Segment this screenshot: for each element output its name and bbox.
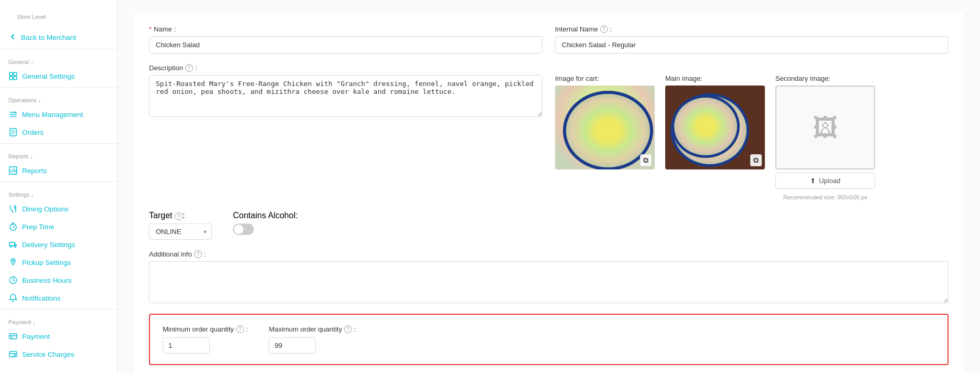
sidebar-item-orders[interactable]: Orders — [0, 123, 117, 141]
additional-info-label: Additional info ?: — [149, 250, 949, 258]
target-group: Target ?: ONLINE IN-STORE BOTH — [149, 211, 212, 240]
general-settings-label: General Settings — [22, 72, 75, 80]
notifications-label: Notifications — [22, 294, 61, 302]
quantity-section: Minimum order quantity ?: Maximum order … — [149, 314, 949, 365]
upload-label: Upload — [819, 177, 840, 185]
copy-main-image-button[interactable]: ⧉ — [750, 154, 762, 166]
name-group: * Name: — [149, 25, 542, 54]
prep-time-icon — [8, 222, 18, 231]
delivery-settings-label: Delivery Settings — [22, 241, 75, 249]
business-hours-icon — [8, 275, 18, 285]
internal-name-help-icon: ? — [600, 25, 608, 33]
payment-icon — [8, 332, 18, 341]
target-help-icon: ? — [175, 212, 183, 220]
max-qty-input[interactable] — [269, 337, 316, 354]
alcohol-toggle-wrap — [233, 223, 298, 235]
main-image-block: Main image: ⧉ — [665, 74, 765, 169]
svg-rect-3 — [14, 77, 17, 80]
delivery-icon — [8, 240, 18, 249]
copy-cart-image-button[interactable]: ⧉ — [640, 154, 652, 166]
additional-info-help-icon: ? — [194, 250, 202, 258]
reports-label: Reports — [22, 167, 47, 175]
main-image-preview: ⧉ — [665, 86, 765, 169]
max-qty-help-icon: ? — [344, 325, 352, 333]
upload-button[interactable]: ⬆ Upload — [775, 173, 875, 189]
internal-name-input[interactable] — [555, 36, 949, 54]
name-label: * Name: — [149, 25, 542, 33]
svg-rect-12 — [9, 334, 17, 339]
max-qty-group: Maximum order quantity ?: — [269, 325, 356, 354]
min-qty-help-icon: ? — [236, 325, 244, 333]
orders-label: Orders — [22, 129, 44, 136]
svg-rect-0 — [9, 72, 13, 76]
target-select[interactable]: ONLINE IN-STORE BOTH — [149, 223, 212, 240]
payment-section-header: Payment ↓ — [0, 312, 117, 327]
notifications-icon — [8, 293, 18, 303]
settings-section-header: Settings ↓ — [0, 184, 117, 200]
secondary-image-label: Secondary image: — [775, 74, 875, 82]
name-section: * Name: Internal Name ?: Description ?: — [134, 13, 963, 373]
settings-icon — [8, 71, 18, 81]
back-to-merchant-button[interactable]: Back to Merchant — [0, 24, 117, 47]
main-image-label: Main image: — [665, 74, 765, 82]
pickup-settings-label: Pickup Settings — [22, 259, 71, 267]
image-placeholder-icon: 🖼 — [813, 113, 838, 142]
prep-time-label: Prep Time — [22, 223, 55, 231]
svg-rect-1 — [14, 72, 17, 76]
sidebar-item-payment[interactable]: Payment — [0, 327, 117, 345]
internal-name-group: Internal Name ?: — [555, 25, 949, 54]
svg-point-15 — [14, 355, 16, 356]
secondary-image-placeholder: 🖼 — [775, 86, 875, 169]
description-row: Description ?: Spit-Roasted Mary's Free-… — [149, 64, 949, 200]
service-charges-label: Service Charges — [22, 350, 74, 358]
sidebar-item-reports[interactable]: Reports — [0, 162, 117, 179]
min-qty-label: Minimum order quantity ?: — [163, 325, 248, 333]
svg-point-9 — [15, 246, 16, 248]
sidebar-item-business-hours[interactable]: Business Hours — [0, 271, 117, 289]
additional-info-group: Additional info ?: — [149, 250, 949, 303]
main-content: * Name: Internal Name ?: Description ?: — [118, 0, 980, 373]
target-alcohol-row: Target ?: ONLINE IN-STORE BOTH Contains … — [149, 211, 949, 240]
store-level-label: Store Level — [8, 6, 109, 22]
description-help-icon: ? — [185, 64, 193, 72]
upload-icon: ⬆ — [810, 177, 816, 185]
reports-section-header: Reports ↓ — [0, 146, 117, 162]
back-icon — [8, 33, 17, 42]
sidebar: Store Level Back to Merchant General ↓ G… — [0, 0, 118, 373]
target-label: Target ?: — [149, 211, 212, 220]
contains-alcohol-label: Contains Alcohol: — [233, 211, 298, 220]
images-section: Image for cart: ⧉ Main image: ⧉ — [555, 64, 949, 200]
sidebar-item-pickup-settings[interactable]: Pickup Settings — [0, 253, 117, 271]
image-for-cart-label: Image for cart: — [555, 74, 655, 82]
quantity-row: Minimum order quantity ?: Maximum order … — [163, 325, 935, 354]
dining-icon — [8, 204, 18, 214]
max-qty-label: Maximum order quantity ?: — [269, 325, 356, 333]
description-group: Description ?: Spit-Roasted Mary's Free-… — [149, 64, 542, 117]
reports-icon — [8, 166, 18, 175]
svg-point-10 — [13, 260, 14, 262]
sidebar-item-delivery-settings[interactable]: Delivery Settings — [0, 236, 117, 253]
contains-alcohol-group: Contains Alcohol: — [233, 211, 298, 235]
description-textarea[interactable]: Spit-Roasted Mary's Free-Range Chicken w… — [149, 75, 542, 117]
name-row: * Name: Internal Name ?: — [149, 25, 949, 54]
sidebar-item-notifications[interactable]: Notifications — [0, 289, 117, 307]
description-label: Description ?: — [149, 64, 542, 72]
svg-point-8 — [10, 246, 12, 248]
secondary-image-block: Secondary image: 🖼 ⬆ Upload Recommended … — [775, 74, 875, 200]
name-input[interactable] — [149, 36, 542, 54]
internal-name-label: Internal Name ?: — [555, 25, 949, 33]
sidebar-item-menu-management[interactable]: Menu Management — [0, 105, 117, 123]
service-charges-icon — [8, 349, 18, 359]
menu-icon — [8, 110, 18, 119]
pickup-icon — [8, 258, 18, 267]
sidebar-item-general-settings[interactable]: General Settings — [0, 67, 117, 85]
svg-rect-14 — [9, 351, 17, 357]
sidebar-item-service-charges[interactable]: Service Charges — [0, 345, 117, 363]
alcohol-toggle[interactable] — [233, 223, 254, 235]
additional-info-textarea[interactable] — [149, 261, 949, 303]
target-select-wrap: ONLINE IN-STORE BOTH — [149, 223, 212, 240]
sidebar-item-prep-time[interactable]: Prep Time — [0, 218, 117, 236]
recommended-size-text: Recommended size: 955x500 px — [775, 194, 875, 200]
min-qty-input[interactable] — [163, 337, 210, 354]
sidebar-item-dining-options[interactable]: Dining Options — [0, 200, 117, 218]
